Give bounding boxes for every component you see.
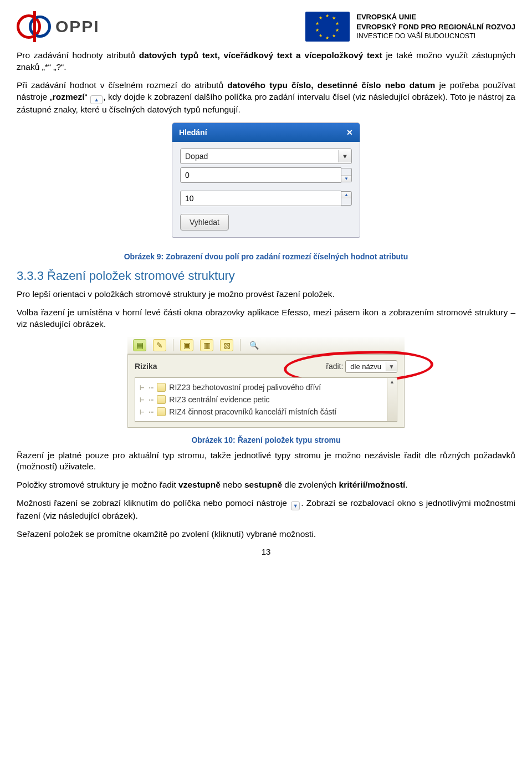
sort-combo-value: dle názvu <box>346 361 386 372</box>
toolbar: ▤ ✎ ▣ ▥ ▧ 🔍 <box>127 337 405 354</box>
heading-3-3-3: 3.3.3 Řazení položek stromové struktury <box>17 269 515 283</box>
eu-line3: INVESTICE DO VAŠÍ BUDOUCNOSTI <box>356 32 515 41</box>
eu-block: ★ ★ ★ ★ ★ ★ ★ ★ ★ ★ EVROPSKÁ UNIE EVROPS… <box>305 12 515 42</box>
sort-combo[interactable]: dle názvu ▼ <box>345 360 397 373</box>
search-button[interactable]: Vyhledat <box>180 214 229 231</box>
tree-item-label: RIZ3 centrální evidence petic <box>169 395 269 404</box>
tree-item[interactable]: ⊢ ⋯ RIZ3 centrální evidence petic <box>139 393 393 406</box>
toolbar-folder-icon[interactable]: ✎ <box>153 339 166 351</box>
toolbar-action2-icon[interactable]: ▥ <box>200 339 213 351</box>
range-to-spinner[interactable]: ▲ ▼ <box>341 191 352 206</box>
search-panel-title: Hledání <box>179 128 207 137</box>
eu-line2: EVROPSKÝ FOND PRO REGIONÁLNÍ ROZVOJ <box>356 22 515 32</box>
search-panel: Hledání ✕ Dopad ▼ 0 ▲ ▼ 10 ▲ ▼ <box>172 122 360 238</box>
search-panel-titlebar: Hledání ✕ <box>172 123 360 142</box>
tree-item[interactable]: ⊢ ⋯ RIZ4 činnost pracovníků kanceláří mí… <box>139 406 393 418</box>
toolbar-action3-icon[interactable]: ▧ <box>220 339 233 351</box>
paragraph-2: Při zadávání hodnot v číselném rozmezí d… <box>17 80 515 116</box>
scroll-up-icon: ▲ <box>390 379 395 385</box>
dropdown-arrow-icon: ▼ <box>291 501 300 510</box>
figure-10-caption: Obrázek 10: Řazení položek typu stromu <box>17 436 515 444</box>
sort-control: řadit: dle názvu ▼ <box>326 360 397 373</box>
toolbar-separator <box>173 339 173 351</box>
range-to-input[interactable]: 10 <box>180 191 341 206</box>
tree-node-icon <box>157 407 166 416</box>
paragraph-5: Řazení je platné pouze pro aktuální typ … <box>17 450 515 473</box>
paragraph-4: Volba řazení je umístěna v horní levé čá… <box>17 307 515 330</box>
tree-node-icon <box>157 383 166 392</box>
header: OPPI ★ ★ ★ ★ ★ ★ ★ ★ ★ ★ EVROPSKÁ UNIE <box>17 11 515 42</box>
paragraph-6: Položky stromové struktury je možno řadi… <box>17 479 515 491</box>
tree-section-label: Rizika <box>135 362 157 371</box>
toolbar-new-icon[interactable]: ▤ <box>133 339 146 351</box>
oppi-logo-text: OPPI <box>55 17 100 36</box>
toolbar-action1-icon[interactable]: ▣ <box>180 339 193 351</box>
attribute-combo-value: Dopad <box>181 149 338 163</box>
chevron-down-icon: ▼ <box>338 150 351 162</box>
paragraph-1: Pro zadávání hodnoty atributů datových t… <box>17 50 515 73</box>
toolbar-separator <box>240 339 241 351</box>
toolbar-search-icon[interactable]: 🔍 <box>247 339 260 351</box>
figure-9-caption: Obrázek 9: Zobrazení dvou polí pro zadán… <box>17 252 515 261</box>
oppi-logo-icon <box>17 11 50 42</box>
tree-node-icon <box>157 395 166 404</box>
range-spinner-icon: ▲ <box>90 95 103 104</box>
eu-flag-icon: ★ ★ ★ ★ ★ ★ ★ ★ ★ ★ <box>305 12 350 42</box>
page-number: 13 <box>17 547 515 556</box>
eu-text: EVROPSKÁ UNIE EVROPSKÝ FOND PRO REGIONÁL… <box>356 12 515 41</box>
chevron-down-icon: ▼ <box>386 362 397 371</box>
scrollbar[interactable]: ▲ <box>387 378 397 421</box>
tree-list: ⊢ ⋯ RIZ23 bezhotovostní prodej palivovéh… <box>135 377 397 422</box>
sort-label: řadit: <box>326 362 343 371</box>
oppi-logo: OPPI <box>17 11 100 42</box>
tree-panel: ▤ ✎ ▣ ▥ ▧ 🔍 Rizika řadit: dle názvu ▼ <box>127 337 405 428</box>
close-icon[interactable]: ✕ <box>346 128 353 137</box>
tree-item[interactable]: ⊢ ⋯ RIZ23 bezhotovostní prodej palivovéh… <box>139 381 393 393</box>
paragraph-7: Možnosti řazení se zobrazí kliknutím do … <box>17 498 515 522</box>
attribute-combo[interactable]: Dopad ▼ <box>180 149 352 164</box>
tree-item-cutoff <box>139 418 393 421</box>
eu-line1: EVROPSKÁ UNIE <box>356 12 515 22</box>
paragraph-3: Pro lepší orientaci v položkách stromové… <box>17 289 515 300</box>
paragraph-8: Seřazení položek se promítne okamžitě po… <box>17 529 515 540</box>
range-from-input[interactable]: 0 <box>180 167 341 183</box>
range-from-spinner[interactable]: ▲ ▼ <box>341 168 352 182</box>
tree-item-label: RIZ4 činnost pracovníků kanceláří místní… <box>169 407 336 416</box>
tree-item-label: RIZ23 bezhotovostní prodej palivového dř… <box>169 383 321 392</box>
